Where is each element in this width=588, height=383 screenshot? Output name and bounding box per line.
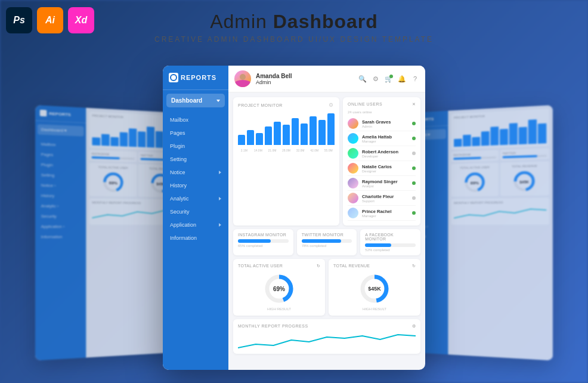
user-info-natalie: Natalie Carlos Designer (362, 164, 408, 173)
instagram-progress-inner (238, 239, 271, 243)
sidebar-item-history[interactable]: History (163, 179, 228, 192)
total-revenue-donut-chart: $45K (358, 272, 391, 305)
user-status-sarah (412, 122, 416, 125)
facebook-progress-inner (365, 243, 391, 247)
facebook-progress-label: 52% completed (365, 248, 416, 252)
twitter-monitor-card: TWITTER MONITOR 78% completed (297, 229, 357, 255)
user-row-robert: Robert Anderson Developer (348, 146, 416, 161)
mini-content-right: PROJECT MONITOR INSTAGRAM (448, 105, 553, 360)
user-avatar-natalie (348, 163, 358, 174)
sidebar: REPORTS Dashboard Mailbox Pages Plugin S… (163, 66, 228, 370)
application-expand-icon (219, 223, 221, 227)
user-info-robert: Robert Anderson Developer (362, 149, 408, 158)
active-user-sublabel: HIGH RESULT (267, 307, 291, 311)
sidebar-item-pages[interactable]: Pages (163, 126, 228, 140)
online-users-count: 24 users online (348, 110, 416, 114)
total-revenue-value: $45K (358, 272, 391, 305)
page-subtitle: Creative Admin Dashboard Ui/Ux Design Te… (0, 35, 588, 44)
sidebar-active-item[interactable]: Dashboard (166, 94, 225, 107)
facebook-progress-outer (365, 243, 416, 247)
sidebar-item-analytic[interactable]: Analytic (163, 192, 228, 205)
mockup-container: REPORTS Dashboard ▾ Mailbox Pages Plugin… (0, 60, 588, 383)
header-icons: 🔍 ⚙ 🛒 🔔 ? (358, 75, 419, 83)
project-monitor-chart (238, 112, 335, 147)
cart-notification-dot (389, 75, 393, 78)
total-active-user-title: TOTAL ACTIVE USER ↻ (238, 264, 320, 268)
user-avatar-amelia (348, 133, 358, 144)
twitter-progress-label: 78% completed (302, 244, 352, 248)
top-cards-row: PROJECT MONITOR ⚙ (233, 97, 420, 226)
user-row-raymond: Raymond Singer Analyst (348, 176, 416, 191)
user-row-charlotte: Charlotte Fleur Support (348, 191, 416, 206)
sidebar-item-application[interactable]: Application (163, 218, 228, 231)
user-avatar-sarah (348, 118, 358, 129)
user-row-natalie: Natalie Carlos Designer (348, 161, 416, 176)
gear-icon[interactable]: ⚙ (372, 75, 380, 83)
project-monitor-card: PROJECT MONITOR ⚙ (233, 97, 339, 226)
sidebar-item-mailbox[interactable]: Mailbox (163, 113, 228, 126)
active-user-refresh-icon[interactable]: ↻ (317, 264, 320, 268)
monitors-row: INSTAGRAM MONITOR 65% completed TWITTER … (233, 229, 420, 255)
bar-4 (265, 126, 272, 145)
user-info-raymond: Raymond Singer Analyst (362, 179, 408, 188)
bar-6 (283, 125, 290, 145)
user-info-prince: Prince Rachel Manager (362, 209, 408, 218)
user-info: Amanda Bell Admin (256, 73, 354, 85)
monthly-report-chart (238, 331, 416, 349)
user-status-robert (412, 152, 416, 155)
sidebar-menu: Mailbox Pages Plugin Setting Notice Hist… (163, 113, 228, 245)
total-revenue-title: TOTAL REVENUE ↻ (333, 264, 416, 268)
bar-11 (327, 113, 335, 145)
user-avatar-prince (348, 208, 358, 218)
svg-text:$45K: $45K (519, 180, 529, 184)
user-avatar-charlotte (348, 193, 358, 203)
bar-1 (238, 135, 245, 145)
chart-labels: 2.1M 14.0M 21.0M 28.0M 32.0M 42.0M 55.0M (238, 149, 335, 152)
search-icon[interactable]: 🔍 (358, 75, 367, 83)
monthly-report-gear-icon[interactable]: ⚙ (412, 324, 416, 329)
monthly-report-card: MONTHLY REPORT PROGRESS ⚙ (233, 319, 420, 354)
sidebar-item-notice[interactable]: Notice (163, 166, 228, 179)
project-monitor-title: PROJECT MONITOR ⚙ (238, 102, 335, 108)
user-status-amelia (412, 137, 416, 140)
total-active-user-card: TOTAL ACTIVE USER ↻ 69% HIGH RESULT (233, 259, 325, 316)
revenue-refresh-icon[interactable]: ↻ (412, 264, 416, 268)
twitter-progress-inner (302, 239, 341, 243)
sidebar-item-security[interactable]: Security (163, 205, 228, 218)
sidebar-item-information[interactable]: Information (163, 231, 228, 245)
online-users-close-icon[interactable]: ✕ (412, 102, 416, 107)
content-header: Amanda Bell Admin 🔍 ⚙ 🛒 🔔 ? (228, 66, 425, 92)
svg-text:69%: 69% (109, 181, 118, 186)
twitter-progress-outer (302, 239, 352, 243)
cart-icon[interactable]: 🛒 (385, 75, 393, 83)
metrics-row: TOTAL ACTIVE USER ↻ 69% HIGH RESULT (233, 259, 420, 316)
total-revenue-card: TOTAL REVENUE ↻ $45K HIGH RESULT (329, 259, 420, 316)
instagram-progress-outer (238, 239, 289, 243)
bar-5 (274, 122, 281, 145)
user-avatar (234, 70, 251, 87)
project-monitor-gear-icon[interactable]: ⚙ (329, 102, 335, 108)
sidebar-item-setting[interactable]: Setting (163, 153, 228, 166)
user-status-charlotte (412, 196, 416, 200)
svg-text:69%: 69% (471, 181, 479, 185)
facebook-monitor-card: A FACEBOOK MONITOR 52% completed (360, 229, 420, 255)
bar-3 (256, 133, 263, 145)
user-status-prince (412, 211, 416, 215)
logo-icon (169, 73, 178, 82)
sidebar-logo: REPORTS (163, 66, 228, 90)
online-users-header: ONLINE USERS ✕ (348, 102, 416, 107)
dropdown-arrow-icon (216, 100, 220, 102)
user-avatar-raymond (348, 178, 358, 189)
user-info-sarah: Sarah Graves Admin (362, 119, 408, 128)
main-title-area: Admin Dashboard Creative Admin Dashboard… (0, 11, 588, 44)
question-icon[interactable]: ? (411, 75, 419, 83)
active-user-donut-chart: 69% (262, 272, 296, 305)
bar-7 (292, 118, 299, 145)
main-dashboard-panel: REPORTS Dashboard Mailbox Pages Plugin S… (163, 66, 425, 370)
bell-icon[interactable]: 🔔 (398, 75, 406, 83)
bar-10 (318, 120, 326, 145)
bar-9 (310, 116, 317, 145)
user-row-prince: Prince Rachel Manager (348, 206, 416, 221)
user-row-sarah: Sarah Graves Admin (348, 116, 416, 131)
sidebar-item-plugin[interactable]: Plugin (163, 140, 228, 153)
